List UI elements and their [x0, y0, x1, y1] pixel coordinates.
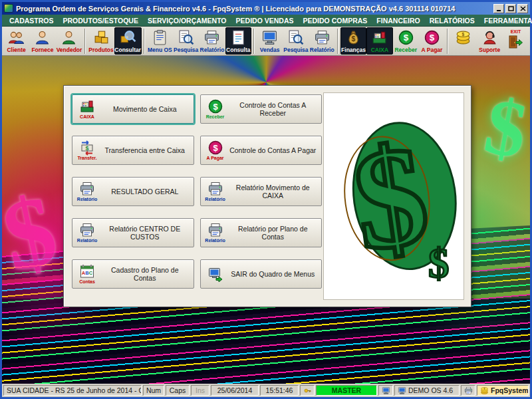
toolbar-financas-button[interactable]: Finanças — [340, 27, 366, 55]
exit-sign-label: EXIT — [511, 29, 521, 34]
search-document-icon — [287, 29, 304, 46]
app-window: Programa Ordem de Serviços Gerais & Fina… — [0, 0, 532, 399]
calendar-abc-icon: Contas — [74, 263, 100, 285]
toolbar-a-pagar-button[interactable]: A Pagar — [419, 27, 445, 55]
toolbar-cliente-button[interactable]: Cliente — [3, 27, 29, 55]
clients-icon — [8, 29, 25, 46]
minimize-button[interactable] — [493, 4, 504, 13]
menu-relatorios[interactable]: RELATÓRIOS — [425, 17, 479, 25]
toolbar-vendedor-button[interactable]: Vendedor — [56, 27, 83, 55]
toolbar-separator — [84, 29, 86, 54]
printer-icon: Relatório — [203, 181, 228, 202]
supplier-icon — [34, 29, 51, 46]
gold-coins-icon — [480, 386, 489, 395]
contas-a-receber-button[interactable]: Receber Controle do Contas A Receber — [200, 94, 323, 124]
printer-icon — [464, 386, 473, 395]
toolbar: Cliente Fornece Vendedor Produtos Consul… — [2, 27, 530, 56]
toolbar-sair-button[interactable]: EXIT — [503, 27, 529, 55]
exit-screen-icon — [203, 266, 228, 282]
transferencia-entre-caixa-button[interactable]: Transfer. Transferencia entre Caixa — [72, 136, 194, 165]
menu-servico-orcamento[interactable]: SERVIÇO/ORÇAMENTO — [143, 17, 231, 25]
app-icon — [4, 4, 13, 13]
panel-right-column: Receber Controle do Contas A Receber A P… — [200, 94, 323, 289]
menu-pedido-compras[interactable]: PEDIDO COMPRAS — [298, 17, 372, 25]
cadastro-plano-de-contas-button[interactable]: Contas Cadastro do Plano de Contas — [72, 259, 194, 289]
green-dollar-coin-icon — [398, 29, 414, 46]
movimento-de-caixa-button[interactable]: CAIXA Movimento de Caixa — [72, 94, 194, 124]
toolbar-separator — [447, 29, 448, 54]
search-products-icon — [120, 29, 136, 46]
key-icon — [303, 386, 312, 395]
printer-icon: Relatório — [74, 222, 100, 243]
cash-register-icon — [371, 29, 388, 46]
printer-icon — [203, 29, 220, 46]
neon-dollar-art-left: $ — [2, 172, 66, 294]
menu-cadastros[interactable]: CADASTROS — [5, 17, 59, 25]
status-printer-indicator[interactable] — [461, 385, 475, 396]
relatorio-plano-de-contas-button[interactable]: Relatório Relatório por Plano de Contas — [200, 218, 323, 247]
status-num-lock: Num — [143, 385, 164, 396]
green-dollar-coin-icon: Receber — [203, 98, 228, 120]
toolbar-separator — [253, 29, 255, 54]
financeiro-menu-panel: CAIXA Movimento de Caixa Transfer. Trans… — [63, 85, 471, 307]
toolbar-relatorio-os-button[interactable]: Relatório — [199, 27, 225, 55]
toolbar-moedas-button[interactable] — [450, 27, 476, 55]
toolbar-relatorio-vendas-button[interactable]: Relatório — [309, 27, 335, 55]
toolbar-menu-os-button[interactable]: Menu OS — [147, 27, 173, 55]
toolbar-fornecedor-button[interactable]: Fornece — [29, 27, 55, 55]
exit-door-icon — [507, 34, 523, 50]
status-monitor-indicator — [378, 385, 393, 396]
status-system-version: DEMO OS 4.6 — [394, 385, 460, 396]
status-date: 25/06/2014 — [211, 385, 259, 396]
window-title: Programa Ordem de Serviços Gerais & Fina… — [16, 5, 493, 13]
contas-a-pagar-button[interactable]: A Pagar Controle do Contas A Pagar — [200, 136, 323, 165]
menu-pedido-vendas[interactable]: PEDIDO VENDAS — [231, 17, 299, 25]
red-dollar-coin-icon: A Pagar — [203, 140, 228, 161]
desktop-background: $ $ CAIXA Movimento de Caixa — [2, 56, 530, 384]
toolbar-pesquisa-os-button[interactable]: Pesquisa — [173, 27, 199, 55]
relatorio-movimento-caixa-button[interactable]: Relatório Relatório Movimento de CAIXA — [200, 177, 323, 206]
support-headset-icon — [481, 29, 498, 46]
status-time: 15:51:46 — [260, 385, 299, 396]
big-dollar-sign-art — [327, 99, 460, 293]
dollar-artwork — [323, 92, 464, 300]
monitor-icon — [261, 29, 278, 46]
toolbar-caixa-button[interactable]: CAIXA — [366, 27, 392, 55]
salesperson-icon — [61, 29, 77, 46]
printer-icon — [314, 29, 331, 46]
resultado-geral-button[interactable]: Relatório RESULTADO GERAL — [72, 177, 194, 206]
moneybag-icon — [345, 29, 362, 46]
document-icon — [230, 29, 247, 46]
relatorio-centro-de-custos-button[interactable]: Relatório Relatório CENTRO DE CUSTOS — [72, 218, 194, 247]
menu-produtos-estoque[interactable]: PRODUTOS/ESTOQUE — [59, 17, 143, 25]
menu-financeiro[interactable]: FINANCEIRO — [372, 17, 424, 25]
toolbar-consultar-button[interactable]: Consultar — [114, 27, 142, 55]
toolbar-produtos-button[interactable]: Produtos — [88, 27, 114, 55]
toolbar-separator — [337, 29, 338, 54]
toolbar-consulta-button[interactable]: Consulta — [225, 27, 251, 55]
sair-quadro-menus-button[interactable]: SAIR do Quadro de Menus — [200, 259, 323, 289]
status-insert: Ins — [191, 385, 209, 396]
neon-dollar-art-right: $ — [478, 80, 530, 177]
printer-icon: Relatório — [203, 222, 228, 243]
maximize-button[interactable] — [505, 4, 516, 13]
titlebar: Programa Ordem de Serviços Gerais & Fina… — [2, 2, 530, 15]
monitor-icon — [382, 386, 390, 395]
menu-ferramentas[interactable]: FERRAMENTAS — [479, 17, 532, 25]
status-caps-lock: Caps — [166, 385, 190, 396]
menubar: CADASTROS PRODUTOS/ESTOQUE SERVIÇO/ORÇAM… — [2, 15, 530, 27]
status-user-badge: MASTER — [316, 385, 377, 396]
status-brand: FpqSystem — [477, 385, 529, 396]
toolbar-separator — [144, 29, 145, 54]
clipboard-icon — [152, 29, 168, 46]
toolbar-receber-button[interactable]: Receber — [393, 27, 419, 55]
toolbar-vendas-button[interactable]: Vendas — [257, 27, 283, 55]
toolbar-suporte-button[interactable]: Suporte — [476, 27, 502, 55]
products-boxes-icon — [93, 29, 110, 46]
toolbar-pesquisa-vendas-button[interactable]: Pesquisa — [283, 27, 309, 55]
status-location: SUA CIDADE - RS 25 de Junho de 2014 - Qu… — [3, 385, 142, 396]
status-key-indicator — [300, 385, 315, 396]
red-dollar-coin-icon — [424, 29, 440, 46]
gold-coins-icon — [455, 29, 471, 46]
close-button[interactable] — [517, 4, 528, 13]
